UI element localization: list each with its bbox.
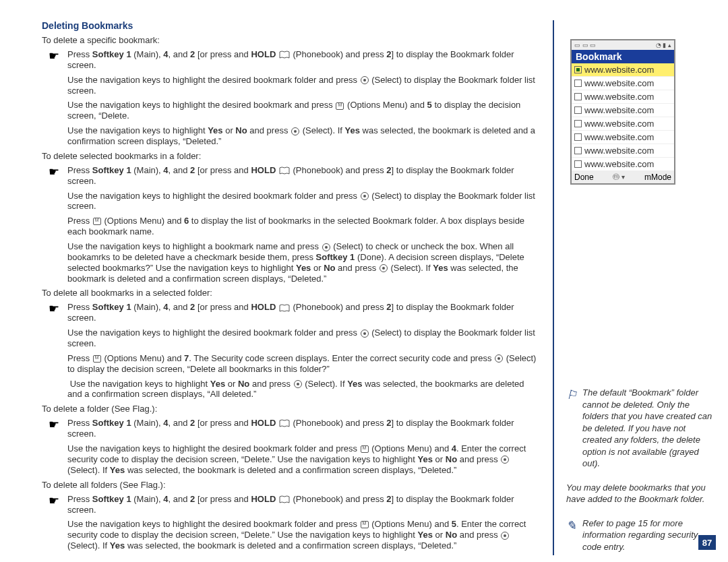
select-icon: [495, 354, 503, 363]
step: Press Softkey 1 (Main), 4, and 2 [or pre…: [42, 165, 541, 284]
select-icon: [291, 127, 299, 135]
list-item: www.website.com: [572, 77, 674, 90]
list-item: www.website.com: [572, 90, 674, 104]
checkbox-icon: [574, 120, 582, 127]
phonebook-icon: [279, 419, 290, 428]
step: Press Softkey 1 (Main), 4, and 2 [or pre…: [42, 418, 541, 475]
list-item: www.website.com: [572, 63, 674, 77]
checkbox-icon: [574, 160, 582, 168]
select-icon: [501, 456, 509, 464]
softkey-right: mMode: [644, 173, 671, 182]
column-divider: [553, 20, 554, 555]
lead-text: To delete all bookmarks in a selected fo…: [42, 288, 541, 298]
phonebook-icon: [279, 495, 290, 504]
status-right-icons: ◔ ▮ ▴: [656, 42, 671, 49]
status-left-icons: ▭ ▭ ▭: [574, 42, 596, 49]
lead-text: To delete a specific bookmark:: [42, 35, 541, 45]
flag-note: You may delete bookmarks that you have a…: [566, 482, 713, 505]
section-heading: Deleting Bookmarks: [42, 20, 541, 31]
document-page: Deleting Bookmarks To delete a specific …: [0, 0, 728, 562]
softkey-bar: Done ⓜ ▾ mMode: [572, 171, 674, 183]
select-icon: [361, 330, 369, 338]
checkbox-icon: [574, 147, 582, 154]
options-menu-icon: [93, 218, 101, 225]
lead-text: To delete all folders (See Flag.):: [42, 480, 541, 490]
checkbox-icon: [574, 133, 582, 141]
list-item: www.website.com: [572, 144, 674, 158]
phonebook-icon: [279, 304, 290, 313]
select-icon: [322, 243, 330, 251]
phonebook-icon: [279, 166, 290, 175]
step: Press Softkey 1 (Main), 4, and 2 [or pre…: [42, 494, 541, 551]
options-menu-icon: [361, 521, 369, 528]
list-item: www.website.com: [572, 117, 674, 131]
lead-text: To delete selected bookmarks in a folder…: [42, 151, 541, 161]
checkbox-icon: [574, 66, 582, 73]
softkey-mid-icon: ⓜ ▾: [613, 173, 625, 182]
flag-note: ⚐ The default “Bookmark” folder cannot b…: [566, 387, 713, 470]
options-menu-icon: [93, 355, 101, 363]
phone-screenshot: ▭ ▭ ▭ ◔ ▮ ▴ Bookmark www.website.com www…: [570, 39, 675, 185]
list-item: www.website.com: [572, 158, 674, 171]
softkey-left: Done: [574, 173, 594, 182]
checkbox-icon: [574, 93, 582, 100]
list-item: www.website.com: [572, 131, 674, 144]
select-icon: [501, 532, 509, 540]
key-note: ✎ Refer to page 15 for more information …: [566, 518, 713, 553]
step: Press Softkey 1 (Main), 4, and 2 [or pre…: [42, 302, 541, 400]
options-menu-icon: [336, 102, 344, 110]
select-icon: [294, 380, 302, 388]
list-item: www.website.com: [572, 104, 674, 117]
select-icon: [361, 76, 369, 84]
main-column: Deleting Bookmarks To delete a specific …: [42, 20, 547, 555]
lead-text: To delete a folder (See Flag.):: [42, 404, 541, 414]
options-menu-icon: [361, 445, 369, 453]
side-column: ▭ ▭ ▭ ◔ ▮ ▴ Bookmark www.website.com www…: [566, 20, 713, 555]
checkbox-icon: [574, 106, 582, 114]
phone-screen-title: Bookmark: [572, 50, 674, 63]
select-icon: [361, 192, 369, 200]
checkbox-icon: [574, 80, 582, 87]
page-number: 87: [698, 535, 716, 550]
key-icon: ✎: [566, 518, 576, 534]
step: Press Softkey 1 (Main), 4, and 2 [or pre…: [42, 49, 541, 147]
flag-icon: ⚐: [566, 387, 577, 403]
phonebook-icon: [279, 51, 290, 59]
bookmark-list: www.website.com www.website.com www.webs…: [572, 63, 674, 171]
status-bar: ▭ ▭ ▭ ◔ ▮ ▴: [572, 40, 674, 50]
select-icon: [380, 264, 388, 272]
